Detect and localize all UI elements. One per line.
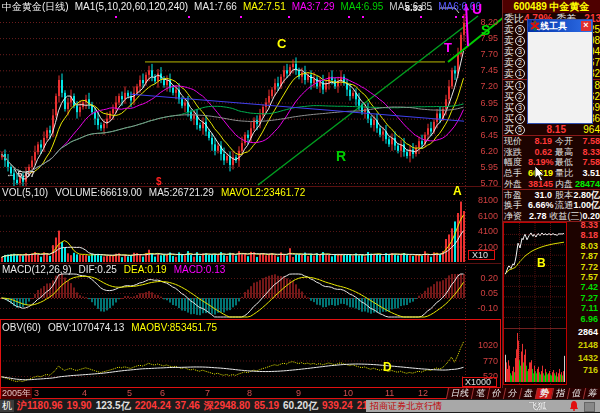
intraday-price-tick: 7.72: [580, 262, 598, 272]
pointer-tool[interactable]: [528, 32, 549, 45]
parallel-line-3[interactable]: [571, 58, 592, 71]
parallel-line-1[interactable]: [528, 58, 549, 71]
month-tick: 9: [296, 388, 301, 399]
channel-line-1[interactable]: [528, 45, 549, 58]
month-tick: 11: [385, 388, 394, 399]
stat-label: 流通: [555, 200, 573, 210]
stat-label: 今开: [555, 136, 573, 146]
status-bar: 机 沪1180.9619.90123.5亿2204.2437.46深2948.8…: [0, 399, 600, 413]
stat-label: 幅度: [503, 157, 528, 167]
ma-set-label: MA1(5,10,20,60,120,240): [75, 1, 188, 12]
intraday-volume-tick: 716: [583, 365, 598, 375]
annotation-C: C: [277, 36, 286, 51]
intraday-canvas[interactable]: [504, 223, 566, 384]
stat-value: 28474: [573, 179, 600, 189]
angle-line[interactable]: [571, 71, 592, 84]
month-tick: 4: [82, 388, 87, 399]
broker-field: 招商证券北京行情 飞狐: [366, 400, 600, 412]
indicator-label-2: MAOBV:853451.75: [131, 322, 217, 333]
annotation-D: D: [383, 360, 392, 374]
broker-text: 招商证券北京行情: [370, 401, 442, 411]
order-level: 2: [515, 92, 525, 102]
time-axis: 2005年 34567891011121 日线笔价分盘势指值筹: [0, 388, 600, 399]
channel-line-3[interactable]: [571, 45, 592, 58]
tab-日线[interactable]: 日线: [446, 388, 473, 399]
gann-fan[interactable]: [528, 84, 549, 97]
order-side-label: 卖5: [503, 24, 530, 35]
parallel-line-4[interactable]: [528, 110, 549, 123]
up-arrow-marker[interactable]: [549, 97, 570, 110]
ma-value-1: MA1:7.66: [194, 1, 237, 12]
indicator-label-2: MA5:26721.29: [149, 187, 214, 198]
status-number-4: 37.46: [175, 400, 200, 411]
terminal-label: 机: [0, 400, 14, 412]
order-price: 8.15: [530, 124, 566, 135]
rectangle-tool[interactable]: [571, 84, 592, 97]
year-label: 2005年: [1, 388, 32, 399]
intraday-price-tick: 7.11: [581, 303, 598, 313]
stat-label: 内盘: [555, 179, 573, 189]
stat-row-3: 总手66619量比3.51: [503, 168, 600, 178]
tab-筹[interactable]: 筹: [583, 388, 600, 399]
status-number-5: 深2948.80: [204, 400, 250, 411]
order-level: 1: [515, 69, 525, 79]
stat-label: 量比: [555, 168, 573, 178]
brand-label[interactable]: 飞狐: [529, 400, 547, 412]
status-number-8: 939.24: [322, 400, 353, 411]
month-tick: 10: [343, 388, 353, 399]
indicator-label-0: VOL(5,10): [2, 187, 48, 198]
trend-line[interactable]: [549, 32, 570, 45]
alarm-bell-icon[interactable]: [569, 401, 579, 411]
annotation-8.33 →: 8.33 →: [405, 3, 434, 13]
arc-tool[interactable]: [528, 97, 549, 110]
ma-values: MA1:7.66MA2:7.51MA3:7.29MA4:6.95MA5:6.85…: [194, 1, 487, 12]
indicator-label-1: DIF:0.25: [78, 264, 116, 275]
period-tab-bar: 日线笔价分盘势指值筹: [447, 388, 600, 399]
ma-value-4: MA4:6.95: [341, 1, 384, 12]
order-side-label: 买3: [503, 102, 530, 113]
stat-label: 总手: [503, 168, 528, 178]
parallel-line-2[interactable]: [549, 58, 570, 71]
order-side-label: 买4: [503, 113, 530, 124]
intraday-volume-tick: 2148: [578, 340, 598, 350]
annotation-R: R: [336, 148, 346, 164]
intraday-price-tick: 7.27: [580, 293, 598, 303]
stock-title: 中金黄金(日线): [2, 1, 69, 12]
index-quotes: 沪1180.9619.90123.5亿2204.2437.46深2948.808…: [17, 399, 386, 413]
erase-tool[interactable]: [571, 110, 592, 123]
buy-row-5[interactable]: 买58.15964: [503, 124, 600, 135]
tray-icon[interactable]: [584, 402, 595, 412]
order-level: 3: [515, 47, 525, 57]
status-number-3: 2204.24: [135, 400, 171, 411]
obv-pane-header: OBV(60)OBV:1070474.13MAOBV:853451.75: [2, 322, 224, 333]
close-icon[interactable]: ×: [581, 21, 591, 31]
order-side-label: 卖3: [503, 46, 530, 57]
intraday-price-tick: 6.96: [580, 314, 598, 324]
text-tool[interactable]: [549, 84, 570, 97]
drawing-tools-panel[interactable]: 画线工具 ×: [527, 19, 593, 124]
annotation-$: $: [156, 176, 162, 187]
month-tick: 12: [418, 388, 428, 399]
parallel-line-5[interactable]: [549, 110, 570, 123]
down-arrow-marker[interactable]: [571, 97, 592, 110]
vertical-lines[interactable]: [528, 71, 549, 84]
divider: [503, 189, 600, 190]
intraday-chart-frame[interactable]: [503, 222, 567, 385]
stat-label: 涨跌: [503, 147, 528, 157]
channel-line-2[interactable]: [549, 45, 570, 58]
status-number-6: 85.19: [254, 400, 279, 411]
ray-line[interactable]: [571, 32, 592, 45]
stock-code-name[interactable]: 600489 中金黄金: [503, 0, 600, 13]
annotation-T: T: [444, 40, 452, 55]
order-volume: 964: [566, 124, 600, 135]
indicator-label-3: MACD:0.13: [174, 264, 226, 275]
ma-value-2: MA2:7.51: [243, 1, 286, 12]
stat-label: 股本: [555, 190, 573, 200]
status-number-0: 沪1180.96: [17, 400, 63, 411]
annotation-A: A: [453, 184, 462, 198]
intraday-price-tick: 7.42: [580, 282, 598, 292]
status-number-2: 123.5亿: [96, 400, 131, 411]
annotation-← 5.67: ← 5.67: [6, 169, 35, 179]
order-side-label: 买1: [503, 80, 530, 91]
grid-lines[interactable]: [549, 71, 570, 84]
